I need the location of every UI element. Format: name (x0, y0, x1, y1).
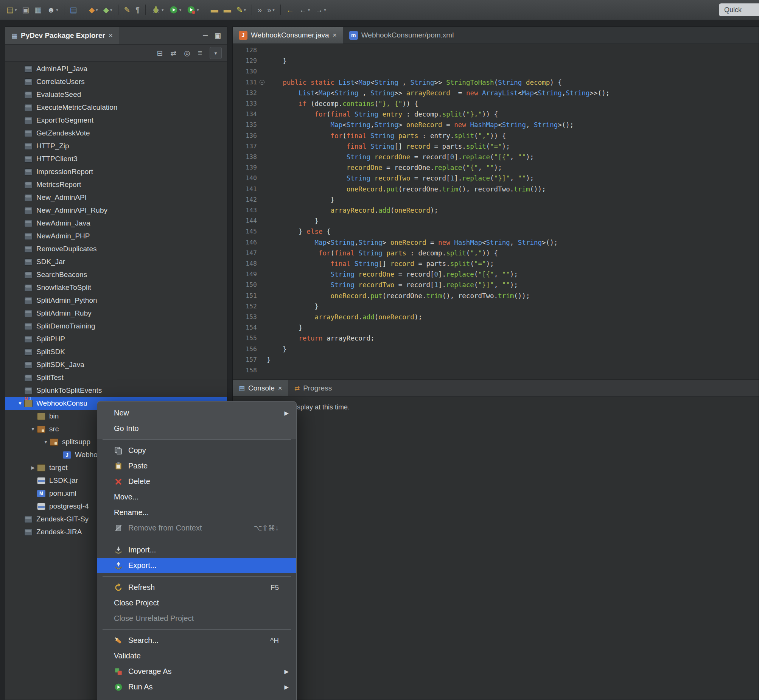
skip-breakpoints-icon[interactable]: » (255, 3, 264, 17)
highlighter-icon[interactable]: ✎▾ (234, 3, 248, 17)
menu-item-coverage-as[interactable]: Coverage As▶ (97, 664, 296, 679)
console-tab-progress[interactable]: ⇄Progress (288, 380, 338, 396)
tree-item-sdk-jar[interactable]: SDK_Jar (5, 255, 227, 268)
tree-item-splunktosplitevents[interactable]: SplunkToSplitEvents (5, 384, 227, 397)
tree-item-http-zip[interactable]: HTTP_Zip (5, 140, 227, 153)
code-text: final String[] record = parts.split("=")… (267, 258, 494, 269)
profile-icon (187, 5, 195, 14)
menu-item-delete[interactable]: Delete (97, 474, 296, 489)
close-view-icon[interactable]: × (109, 31, 113, 40)
menu-item-run-as[interactable]: Run As▶ (97, 679, 296, 695)
quick-access-input[interactable]: Quick (719, 3, 759, 16)
menu-item-go-into[interactable]: Go Into (97, 421, 296, 436)
expand-arrow-icon[interactable]: ▼ (29, 427, 37, 432)
run-icon[interactable]: ▾ (167, 3, 184, 17)
open-type-icon[interactable]: ◆▾ (87, 3, 100, 17)
menu-item-import[interactable]: Import... (97, 542, 296, 558)
save-icon[interactable]: ▣ (20, 3, 31, 17)
expand-arrow-icon[interactable]: ▶ (29, 465, 37, 470)
line-number: 153 (233, 312, 257, 322)
tree-item-metricsreport[interactable]: MetricsReport (5, 178, 227, 191)
collapse-all-icon[interactable]: ⊟ (157, 49, 163, 58)
close-tab-icon[interactable]: × (278, 384, 282, 392)
console-tab-console[interactable]: ▤Console× (233, 380, 288, 396)
editor-tab-webhookconsumer-java[interactable]: JWebhookConsumer.java× (233, 27, 343, 44)
expand-arrow-icon[interactable]: ▼ (42, 439, 50, 445)
code-text: } (267, 322, 303, 333)
focus-icon[interactable]: ≡ (198, 49, 202, 57)
console-icon: ▤ (239, 384, 245, 392)
tree-item-getzendeskvote[interactable]: GetZendeskVote (5, 127, 227, 140)
view-menu-icon[interactable]: ▾ (209, 47, 222, 59)
package-folder-icon (50, 439, 58, 446)
tree-item-searchbeacons[interactable]: SearchBeacons (5, 268, 227, 281)
last-edit-location-icon[interactable]: ← (284, 3, 296, 17)
show-whitespace-icon[interactable]: ¶ (133, 3, 142, 17)
menu-item-validate[interactable]: Validate (97, 648, 296, 664)
profile-icon[interactable]: ▾ (184, 3, 201, 17)
tree-item-new-adminapi[interactable]: New_AdminAPI (5, 191, 227, 204)
new-wizard-icon[interactable]: ▤▾ (4, 3, 19, 17)
tree-item-executemetriccalculation[interactable]: ExecuteMetricCalculation (5, 101, 227, 114)
menu-item-copy[interactable]: Copy (97, 443, 296, 458)
debug-icon[interactable]: ▾ (149, 3, 166, 17)
menu-item-new[interactable]: New▶ (97, 405, 296, 421)
dropdown-arrow-icon: ▾ (15, 8, 17, 12)
menu-item-paste[interactable]: Paste (97, 458, 296, 474)
menu-item-move[interactable]: Move... (97, 489, 296, 505)
code-text: if (decomp.contains("}, {")) { (267, 98, 418, 109)
tree-item-httpclient3[interactable]: HTTPClient3 (5, 153, 227, 166)
step-filters-icon[interactable]: »▾ (265, 3, 277, 17)
user-profile-icon[interactable]: ☻▾ (45, 3, 61, 17)
code-editor[interactable]: 128129 }130131 public static List<Map<St… (233, 44, 759, 380)
tree-item-splitadmin-python[interactable]: SplitAdmin_Python (5, 294, 227, 307)
tree-item-newadmin-php[interactable]: NewAdmin_PHP (5, 230, 227, 242)
back-icon[interactable]: ←▾ (297, 3, 312, 17)
tree-item-exporttosegment[interactable]: ExportToSegment (5, 114, 227, 127)
fold-gutter (257, 365, 267, 376)
tree-item-new-adminapi-ruby[interactable]: New_AdminAPI_Ruby (5, 204, 227, 217)
link-with-editor-icon[interactable]: ⇄ (170, 49, 176, 58)
submenu-arrow-icon: ▶ (284, 684, 289, 691)
menu-item-refresh[interactable]: RefreshF5 (97, 580, 296, 595)
new-package-icon[interactable]: ◆▾ (101, 3, 115, 17)
annotation-icon[interactable]: ✎ (122, 3, 133, 17)
menu-item-rename[interactable]: Rename... (97, 505, 296, 520)
tree-item-splitphp[interactable]: SplitPHP (5, 333, 227, 345)
tree-item-label: SearchBeacons (36, 270, 87, 279)
minimize-view-icon[interactable]: ─ (203, 31, 208, 40)
menu-item-export[interactable]: Export... (97, 558, 296, 573)
console-window-icon[interactable]: ▤ (68, 3, 80, 17)
fold-marker-icon[interactable] (257, 77, 267, 88)
save-all-icon[interactable]: ▦ (32, 3, 44, 17)
tree-item-splitsdk-java[interactable]: SplitSDK_Java (5, 358, 227, 371)
tree-item-removeduplicates[interactable]: RemoveDuplicates (5, 242, 227, 255)
line-number: 142 (233, 194, 257, 205)
filter-icon[interactable]: ◎ (184, 49, 190, 58)
project-icon (24, 91, 33, 98)
tree-item-impressionreport[interactable]: ImpressionReport (5, 166, 227, 178)
line-number: 134 (233, 109, 257, 120)
maximize-view-icon[interactable]: ▣ (214, 31, 221, 40)
tree-item-newadmin-java[interactable]: NewAdmin_Java (5, 217, 227, 230)
tree-item-snowflaketosplit[interactable]: SnowflakeToSplit (5, 281, 227, 294)
tree-item-splittest[interactable]: SplitTest (5, 371, 227, 384)
open-folder-icon[interactable]: ▬ (208, 3, 220, 17)
tree-item-splitdemotraining[interactable]: SplitDemoTraining (5, 320, 227, 333)
close-tab-icon[interactable]: × (333, 31, 337, 39)
menu-item-search[interactable]: Search...^H (97, 633, 296, 648)
new-folder-icon[interactable]: ▬ (221, 3, 233, 17)
expand-arrow-icon[interactable]: ▼ (16, 401, 24, 406)
code-line-131: 131 public static List<Map<String , Stri… (233, 77, 759, 88)
tree-item-splitadmin-ruby[interactable]: SplitAdmin_Ruby (5, 307, 227, 320)
editor-tab-webhookconsumer-pom-xml[interactable]: mWebhookConsumer/pom.xml (343, 27, 461, 44)
line-number: 147 (233, 248, 257, 258)
tree-item-correlateusers[interactable]: CorrelateUsers (5, 75, 227, 88)
tree-item-splitsdk[interactable]: SplitSDK (5, 345, 227, 358)
tree-item-evaluateseed[interactable]: EvaluateSeed (5, 88, 227, 101)
forward-icon[interactable]: →▾ (313, 3, 328, 17)
menu-item-close-project[interactable]: Close Project (97, 595, 296, 611)
annotation-icon: ✎ (124, 6, 131, 14)
tab-package-explorer[interactable]: ▦ PyDev Package Explorer × (5, 27, 119, 44)
tree-item-adminapi-java[interactable]: AdminAPI_Java (5, 62, 227, 75)
